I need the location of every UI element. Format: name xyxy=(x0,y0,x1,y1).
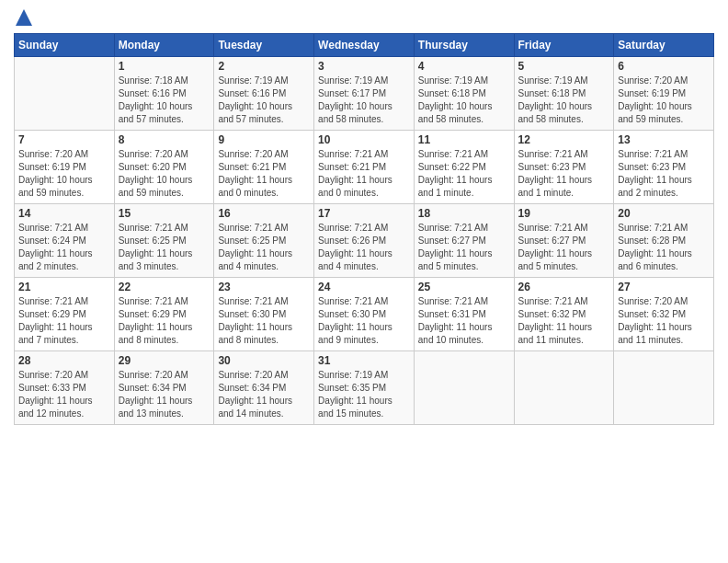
day-info: Sunrise: 7:19 AMSunset: 6:17 PMDaylight:… xyxy=(318,75,410,126)
calendar-cell: 14Sunrise: 7:21 AMSunset: 6:24 PMDayligh… xyxy=(15,204,115,278)
calendar-week-row: 21Sunrise: 7:21 AMSunset: 6:29 PMDayligh… xyxy=(15,278,714,351)
logo-text xyxy=(14,9,32,26)
day-number: 3 xyxy=(318,60,410,73)
day-info: Sunrise: 7:20 AMSunset: 6:19 PMDaylight:… xyxy=(618,75,710,126)
day-info: Sunrise: 7:21 AMSunset: 6:26 PMDaylight:… xyxy=(318,222,410,273)
calendar-cell: 31Sunrise: 7:19 AMSunset: 6:35 PMDayligh… xyxy=(314,351,415,425)
calendar-week-row: 7Sunrise: 7:20 AMSunset: 6:19 PMDaylight… xyxy=(15,131,714,204)
day-number: 10 xyxy=(318,133,410,146)
calendar-cell xyxy=(414,351,514,425)
day-number: 25 xyxy=(418,281,510,293)
day-info: Sunrise: 7:21 AMSunset: 6:31 PMDaylight:… xyxy=(418,295,510,347)
calendar-cell: 18Sunrise: 7:21 AMSunset: 6:27 PMDayligh… xyxy=(414,204,514,278)
page-container: SundayMondayTuesdayWednesdayThursdayFrid… xyxy=(0,0,728,434)
day-number: 6 xyxy=(618,60,710,73)
day-info: Sunrise: 7:21 AMSunset: 6:25 PMDaylight:… xyxy=(218,222,310,273)
calendar-header-row: SundayMondayTuesdayWednesdayThursdayFrid… xyxy=(15,34,714,57)
calendar-cell xyxy=(514,351,614,425)
day-info: Sunrise: 7:20 AMSunset: 6:20 PMDaylight:… xyxy=(119,148,210,200)
day-number: 1 xyxy=(119,60,210,73)
calendar-cell: 17Sunrise: 7:21 AMSunset: 6:26 PMDayligh… xyxy=(314,204,415,278)
day-info: Sunrise: 7:20 AMSunset: 6:34 PMDaylight:… xyxy=(119,369,210,420)
calendar-cell: 22Sunrise: 7:21 AMSunset: 6:29 PMDayligh… xyxy=(114,278,214,351)
day-number: 15 xyxy=(119,207,210,220)
day-number: 5 xyxy=(518,60,610,73)
day-info: Sunrise: 7:21 AMSunset: 6:28 PMDaylight:… xyxy=(618,222,710,273)
calendar-cell xyxy=(15,57,115,131)
svg-marker-0 xyxy=(16,9,32,26)
calendar-cell: 2Sunrise: 7:19 AMSunset: 6:16 PMDaylight… xyxy=(214,57,314,131)
day-number: 18 xyxy=(418,207,510,220)
day-info: Sunrise: 7:21 AMSunset: 6:24 PMDaylight:… xyxy=(18,222,110,273)
day-info: Sunrise: 7:19 AMSunset: 6:18 PMDaylight:… xyxy=(418,75,510,126)
calendar-cell: 25Sunrise: 7:21 AMSunset: 6:31 PMDayligh… xyxy=(414,278,514,351)
day-number: 27 xyxy=(618,281,710,293)
day-info: Sunrise: 7:21 AMSunset: 6:23 PMDaylight:… xyxy=(618,148,710,200)
day-number: 16 xyxy=(218,207,310,220)
day-number: 4 xyxy=(418,60,510,73)
day-info: Sunrise: 7:21 AMSunset: 6:29 PMDaylight:… xyxy=(119,295,210,347)
calendar-cell: 27Sunrise: 7:20 AMSunset: 6:32 PMDayligh… xyxy=(614,278,714,351)
day-info: Sunrise: 7:21 AMSunset: 6:21 PMDaylight:… xyxy=(318,148,410,200)
day-number: 9 xyxy=(218,133,310,146)
day-info: Sunrise: 7:21 AMSunset: 6:30 PMDaylight:… xyxy=(218,295,310,347)
day-info: Sunrise: 7:20 AMSunset: 6:19 PMDaylight:… xyxy=(18,148,110,200)
day-info: Sunrise: 7:21 AMSunset: 6:27 PMDaylight:… xyxy=(518,222,610,273)
day-number: 19 xyxy=(518,207,610,220)
day-number: 8 xyxy=(119,133,210,146)
day-info: Sunrise: 7:20 AMSunset: 6:34 PMDaylight:… xyxy=(218,369,310,420)
calendar-cell: 21Sunrise: 7:21 AMSunset: 6:29 PMDayligh… xyxy=(15,278,115,351)
day-number: 7 xyxy=(18,133,110,146)
day-info: Sunrise: 7:19 AMSunset: 6:18 PMDaylight:… xyxy=(518,75,610,126)
day-number: 24 xyxy=(318,281,410,293)
header xyxy=(14,9,714,26)
day-number: 17 xyxy=(318,207,410,220)
day-number: 21 xyxy=(18,281,110,293)
calendar-cell: 10Sunrise: 7:21 AMSunset: 6:21 PMDayligh… xyxy=(314,131,415,204)
day-header-thursday: Thursday xyxy=(414,34,514,57)
calendar-cell: 15Sunrise: 7:21 AMSunset: 6:25 PMDayligh… xyxy=(114,204,214,278)
day-number: 29 xyxy=(119,354,210,367)
calendar-cell: 7Sunrise: 7:20 AMSunset: 6:19 PMDaylight… xyxy=(15,131,115,204)
day-header-saturday: Saturday xyxy=(614,34,714,57)
calendar-cell: 28Sunrise: 7:20 AMSunset: 6:33 PMDayligh… xyxy=(15,351,115,425)
calendar-cell: 19Sunrise: 7:21 AMSunset: 6:27 PMDayligh… xyxy=(514,204,614,278)
day-header-monday: Monday xyxy=(114,34,214,57)
day-info: Sunrise: 7:20 AMSunset: 6:32 PMDaylight:… xyxy=(618,295,710,347)
calendar-cell: 12Sunrise: 7:21 AMSunset: 6:23 PMDayligh… xyxy=(514,131,614,204)
day-number: 12 xyxy=(518,133,610,146)
calendar-cell: 1Sunrise: 7:18 AMSunset: 6:16 PMDaylight… xyxy=(114,57,214,131)
day-number: 14 xyxy=(18,207,110,220)
calendar-cell: 4Sunrise: 7:19 AMSunset: 6:18 PMDaylight… xyxy=(414,57,514,131)
day-info: Sunrise: 7:19 AMSunset: 6:35 PMDaylight:… xyxy=(318,369,410,420)
day-number: 11 xyxy=(418,133,510,146)
calendar-cell: 20Sunrise: 7:21 AMSunset: 6:28 PMDayligh… xyxy=(614,204,714,278)
day-info: Sunrise: 7:21 AMSunset: 6:25 PMDaylight:… xyxy=(119,222,210,273)
day-info: Sunrise: 7:19 AMSunset: 6:16 PMDaylight:… xyxy=(218,75,310,126)
calendar-cell: 11Sunrise: 7:21 AMSunset: 6:22 PMDayligh… xyxy=(414,131,514,204)
calendar-cell: 30Sunrise: 7:20 AMSunset: 6:34 PMDayligh… xyxy=(214,351,314,425)
calendar-cell xyxy=(614,351,714,425)
day-header-friday: Friday xyxy=(514,34,614,57)
day-header-tuesday: Tuesday xyxy=(214,34,314,57)
logo xyxy=(14,9,32,26)
day-header-wednesday: Wednesday xyxy=(314,34,415,57)
calendar-cell: 13Sunrise: 7:21 AMSunset: 6:23 PMDayligh… xyxy=(614,131,714,204)
day-number: 2 xyxy=(218,60,310,73)
day-number: 20 xyxy=(618,207,710,220)
day-info: Sunrise: 7:18 AMSunset: 6:16 PMDaylight:… xyxy=(119,75,210,126)
calendar-cell: 24Sunrise: 7:21 AMSunset: 6:30 PMDayligh… xyxy=(314,278,415,351)
day-info: Sunrise: 7:21 AMSunset: 6:23 PMDaylight:… xyxy=(518,148,610,200)
day-info: Sunrise: 7:20 AMSunset: 6:21 PMDaylight:… xyxy=(218,148,310,200)
logo-icon xyxy=(16,9,32,26)
day-info: Sunrise: 7:21 AMSunset: 6:22 PMDaylight:… xyxy=(418,148,510,200)
calendar-cell: 16Sunrise: 7:21 AMSunset: 6:25 PMDayligh… xyxy=(214,204,314,278)
calendar-cell: 29Sunrise: 7:20 AMSunset: 6:34 PMDayligh… xyxy=(114,351,214,425)
day-info: Sunrise: 7:21 AMSunset: 6:32 PMDaylight:… xyxy=(518,295,610,347)
calendar-cell: 5Sunrise: 7:19 AMSunset: 6:18 PMDaylight… xyxy=(514,57,614,131)
day-number: 22 xyxy=(119,281,210,293)
calendar-week-row: 28Sunrise: 7:20 AMSunset: 6:33 PMDayligh… xyxy=(15,351,714,425)
calendar-week-row: 14Sunrise: 7:21 AMSunset: 6:24 PMDayligh… xyxy=(15,204,714,278)
calendar-week-row: 1Sunrise: 7:18 AMSunset: 6:16 PMDaylight… xyxy=(15,57,714,131)
calendar-cell: 26Sunrise: 7:21 AMSunset: 6:32 PMDayligh… xyxy=(514,278,614,351)
